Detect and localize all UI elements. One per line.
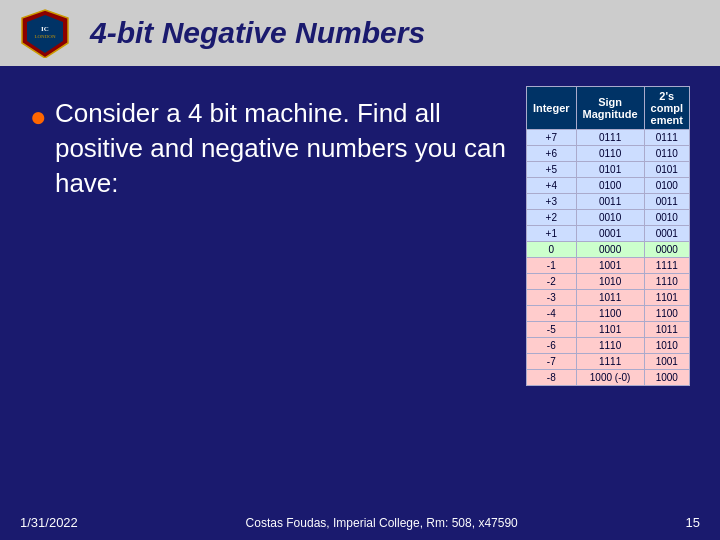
table-cell: 0111 xyxy=(644,130,689,146)
table-row: -411001100 xyxy=(526,306,689,322)
table-cell: 1110 xyxy=(644,274,689,290)
table-cell: 1111 xyxy=(644,258,689,274)
table-row: +100010001 xyxy=(526,226,689,242)
table-cell: 0110 xyxy=(644,146,689,162)
table-cell: 0101 xyxy=(644,162,689,178)
table-cell: -1 xyxy=(526,258,576,274)
table-row: -110011111 xyxy=(526,258,689,274)
footer-page-number: 15 xyxy=(686,515,700,530)
table-cell: 1010 xyxy=(644,338,689,354)
table-cell: 0011 xyxy=(644,194,689,210)
table-cell: 1101 xyxy=(576,322,644,338)
bullet-item: ● Consider a 4 bit machine. Find all pos… xyxy=(30,96,506,201)
table-cell: -3 xyxy=(526,290,576,306)
table-cell: 0111 xyxy=(576,130,644,146)
table-row: -611101010 xyxy=(526,338,689,354)
svg-text:LONDON: LONDON xyxy=(34,34,55,39)
table-cell: -6 xyxy=(526,338,576,354)
page-title: 4-bit Negative Numbers xyxy=(90,16,425,50)
table-row: +701110111 xyxy=(526,130,689,146)
table-cell: 1010 xyxy=(576,274,644,290)
table-cell: 1001 xyxy=(644,354,689,370)
table-cell: -4 xyxy=(526,306,576,322)
table-cell: -8 xyxy=(526,370,576,386)
table-cell: 0010 xyxy=(576,210,644,226)
table-cell: 1000 xyxy=(644,370,689,386)
table-row: +401000100 xyxy=(526,178,689,194)
table-row: -511011011 xyxy=(526,322,689,338)
table-cell: 1111 xyxy=(576,354,644,370)
table-cell: 1011 xyxy=(644,322,689,338)
svg-text:IC: IC xyxy=(41,25,49,33)
table-cell: +1 xyxy=(526,226,576,242)
table-cell: 1101 xyxy=(644,290,689,306)
table-cell: -5 xyxy=(526,322,576,338)
table-cell: 1011 xyxy=(576,290,644,306)
table-cell: 0100 xyxy=(576,178,644,194)
table-row: +501010101 xyxy=(526,162,689,178)
col-header-twos-complement: 2'scomplement xyxy=(644,87,689,130)
table-cell: 0 xyxy=(526,242,576,258)
table-row: +300110011 xyxy=(526,194,689,210)
table-cell: 0000 xyxy=(576,242,644,258)
table-cell: 1001 xyxy=(576,258,644,274)
table-row: +601100110 xyxy=(526,146,689,162)
col-header-sign-magnitude: SignMagnitude xyxy=(576,87,644,130)
left-section: ● Consider a 4 bit machine. Find all pos… xyxy=(30,86,506,201)
bullet-icon: ● xyxy=(30,98,47,136)
table-row: -711111001 xyxy=(526,354,689,370)
table-row: -81000 (-0)1000 xyxy=(526,370,689,386)
title-bar: IC LONDON 4-bit Negative Numbers xyxy=(0,0,720,66)
footer: 1/31/2022 Costas Foudas, Imperial Colleg… xyxy=(0,515,720,530)
table-cell: 0001 xyxy=(644,226,689,242)
table-cell: 0010 xyxy=(644,210,689,226)
table-cell: 1100 xyxy=(644,306,689,322)
table-cell: +2 xyxy=(526,210,576,226)
table-cell: 0101 xyxy=(576,162,644,178)
table-cell: +4 xyxy=(526,178,576,194)
right-section: Integer SignMagnitude 2'scomplement +701… xyxy=(526,86,690,386)
slide: IC LONDON 4-bit Negative Numbers ● Consi… xyxy=(0,0,720,540)
footer-date: 1/31/2022 xyxy=(20,515,78,530)
table-cell: +6 xyxy=(526,146,576,162)
table-cell: -2 xyxy=(526,274,576,290)
table-cell: 1110 xyxy=(576,338,644,354)
table-cell: 1000 (-0) xyxy=(576,370,644,386)
table-header-row: Integer SignMagnitude 2'scomplement xyxy=(526,87,689,130)
table-row: -210101110 xyxy=(526,274,689,290)
table-cell: 0000 xyxy=(644,242,689,258)
table-cell: 0100 xyxy=(644,178,689,194)
table-row: +200100010 xyxy=(526,210,689,226)
table-cell: -7 xyxy=(526,354,576,370)
col-header-integer: Integer xyxy=(526,87,576,130)
table-row: -310111101 xyxy=(526,290,689,306)
table-cell: +7 xyxy=(526,130,576,146)
content-area: ● Consider a 4 bit machine. Find all pos… xyxy=(0,66,720,406)
logo: IC LONDON xyxy=(20,8,70,58)
table-cell: 0011 xyxy=(576,194,644,210)
data-table: Integer SignMagnitude 2'scomplement +701… xyxy=(526,86,690,386)
table-cell: 0001 xyxy=(576,226,644,242)
bullet-content: Consider a 4 bit machine. Find all posit… xyxy=(55,96,506,201)
table-cell: 1100 xyxy=(576,306,644,322)
table-cell: +5 xyxy=(526,162,576,178)
table-cell: 0110 xyxy=(576,146,644,162)
footer-attribution: Costas Foudas, Imperial College, Rm: 508… xyxy=(246,516,518,530)
table-cell: +3 xyxy=(526,194,576,210)
table-row: 000000000 xyxy=(526,242,689,258)
